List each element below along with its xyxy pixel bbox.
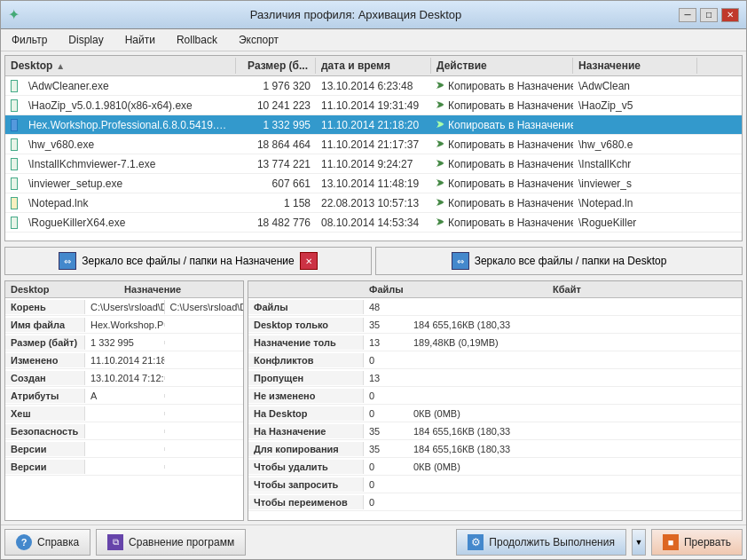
sort-arrow-icon: ▲ [56,61,65,71]
col-header-dest[interactable]: Назначение [573,58,697,74]
table-row[interactable]: Hex.Workshop.Professional.6.8.0.5419.Pat… [5,115,742,135]
detail-value-dest [164,359,244,362]
main-content: Desktop ▲ Размер (б... дата и время Дейс… [1,51,746,525]
close-button[interactable]: ✕ [721,8,739,22]
file-dest: \hw_v680.e [573,138,671,152]
stats-header: Файлы Кбайт [248,281,742,298]
file-type-icon [5,79,23,93]
detail-value-dest [164,376,244,380]
file-size: 1 332 995 [236,118,316,132]
table-row[interactable]: \Notepad.lnk 1 158 22.08.2013 10:57:13 ⮞… [5,193,742,213]
menu-rollback[interactable]: Rollback [171,32,223,48]
stop-button[interactable]: ■ Прервать [651,529,743,556]
stat-kb [408,359,742,362]
stat-label: Файлы [248,300,364,314]
menu-filter[interactable]: Фильтр [6,32,52,48]
stat-kb [408,501,742,504]
table-row[interactable]: \hw_v680.exe 18 864 464 11.10.2014 21:17… [5,135,742,154]
details-body: Корень C:\Users\rsload\Desktop\ C:\Users… [5,298,243,520]
table-row[interactable]: \inviewer_setup.exe 607 661 13.10.2014 1… [5,174,742,193]
file-type-icon [5,157,23,171]
file-date: 11.10.2014 9:24:27 [316,157,431,171]
action-arrow-icon: ⮞ [436,178,445,188]
stat-row: Не изменено 0 [248,387,742,405]
detail-label: Размер (байт) [5,335,85,350]
file-date: 11.10.2014 21:17:37 [316,138,431,152]
stat-kb: 189,48КВ (0,19МВ) [408,335,742,350]
detail-value-desktop [85,412,164,415]
detail-row: Имя файла Hex.Workshop.Professional.6. [5,316,243,334]
file-size: 1 976 320 [236,79,316,93]
stop-icon: ■ [663,534,679,550]
maximize-button[interactable]: □ [700,8,718,22]
mirror-to-dest-button[interactable]: ⇔ Зеркало все файлы / папки на Назначени… [4,247,372,275]
continue-button[interactable]: ⚙ Продолжить Выполнения [456,529,626,556]
menu-export[interactable]: Экспорт [233,32,284,48]
stat-kb: 184 655,16КВ (180,33 [408,442,742,456]
mirror-left-icon: ⇔ [59,252,76,270]
action-arrow-icon: ⮞ [436,120,445,130]
stat-label: Не изменено [248,389,364,403]
stat-files: 0 [364,406,408,421]
table-row[interactable]: \AdwCleaner.exe 1 976 320 13.10.2014 6:2… [5,76,742,96]
help-button[interactable]: ? Справка [4,529,90,556]
stat-row: Чтобы удалить 0 0КВ (0МВ) [248,458,742,476]
mirror-section: ⇔ Зеркало все файлы / папки на Назначени… [4,245,743,277]
stat-label: Чтобы удалить [248,460,364,474]
detail-value-desktop [85,447,164,451]
table-row[interactable]: \InstallKchmviewer-7.1.exe 13 774 221 11… [5,154,742,174]
detail-row: Версии [5,458,243,476]
footer: ? Справка ⧉ Сравнение программ ⚙ Продолж… [1,525,746,559]
col-header-action[interactable]: Действие [431,58,573,74]
table-row[interactable]: \RogueKillerX64.exe 18 482 776 08.10.201… [5,213,742,233]
detail-value-dest [164,394,244,398]
file-dest: \RogueKiller [573,216,671,230]
menu-display[interactable]: Display [63,32,108,48]
stat-row: Файлы 48 [248,298,742,316]
file-size: 607 661 [236,177,316,191]
stat-files: 13 [364,371,408,385]
minimize-button[interactable]: ─ [679,8,696,22]
table-row[interactable]: \HaoZip_v5.0.1.9810(x86-x64).exe 10 241 … [5,96,742,115]
detail-label: Версии [5,442,85,456]
stat-label: Пропущен [248,371,364,385]
stat-files: 35 [364,318,408,332]
col-header-name[interactable]: Desktop ▲ [5,58,236,74]
menu-bar: Фильтр Display Найти Rollback Экспорт [1,29,746,51]
file-name: \Notepad.lnk [23,196,236,210]
file-name: Hex.Workshop.Professional.6.8.0.5419.Pat… [23,118,236,132]
file-action: ⮞ Копировать в Назначение [431,177,573,191]
stat-row: На Назначение 35 184 655,16КВ (180,33 [248,422,742,440]
mirror-to-desktop-button[interactable]: ⇔ Зеркало все файлы / папки на Desktop [375,247,743,275]
file-name: \RogueKillerX64.exe [23,216,236,230]
stat-label: Чтобы переименов [248,495,364,509]
stat-label: На Desktop [248,406,364,421]
menu-find[interactable]: Найти [120,32,161,48]
file-size: 1 158 [236,196,316,210]
stat-files: 0 [364,495,408,509]
detail-value-desktop: Hex.Workshop.Professional.6. [85,318,164,332]
stat-row: Desktop только 35 184 655,16КВ (180,33 [248,316,742,334]
compare-icon: ⧉ [107,534,123,550]
app-icon: ✦ [8,6,26,24]
col-header-date[interactable]: дата и время [316,58,431,74]
compare-button[interactable]: ⧉ Сравнение программ [96,529,246,556]
col-header-size[interactable]: Размер (б... [236,58,316,74]
file-dest: \HaoZip_v5 [573,99,671,113]
detail-row: Атрибуты A [5,387,243,405]
continue-dropdown-arrow[interactable]: ▼ [632,529,646,556]
gear-icon: ⚙ [468,534,484,550]
action-arrow-icon: ⮞ [436,139,445,149]
stat-kb: 184 655,16КВ (180,33 [408,424,742,438]
file-date: 13.10.2014 6:23:48 [316,79,431,93]
file-action: ⮞ Копировать в Назначение [431,118,573,132]
file-details-panel: Desktop Назначение Корень C:\Users\rsloa… [4,280,244,521]
detail-row: Изменено 11.10.2014 21:18:20 (239ms) [5,351,243,369]
detail-value-dest [164,412,244,415]
file-date: 13.10.2014 11:48:19 [316,177,431,191]
stat-files: 35 [364,424,408,438]
file-date: 22.08.2013 10:57:13 [316,196,431,210]
detail-label: Версии [5,460,85,474]
file-dest: \AdwClean [573,79,671,93]
stat-label: Назначение толь [248,335,364,350]
